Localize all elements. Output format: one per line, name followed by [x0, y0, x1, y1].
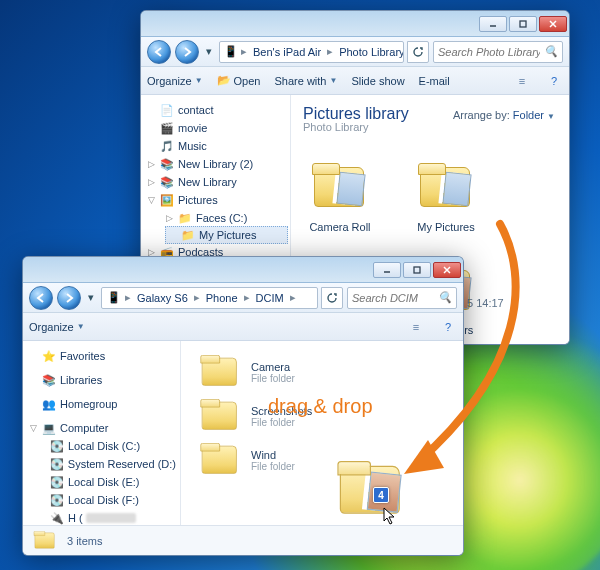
- forward-button[interactable]: [57, 286, 81, 310]
- star-icon: ⭐: [41, 348, 57, 364]
- drive-icon: 💽: [49, 438, 65, 454]
- window-body: ⭐Favorites 📚Libraries 👥Homegroup ▽💻Compu…: [23, 341, 463, 525]
- computer-icon: 💻: [41, 420, 57, 436]
- slideshow-button[interactable]: Slide show: [351, 75, 404, 87]
- folder-item[interactable]: Camera Roll: [303, 163, 377, 234]
- titlebar[interactable]: [23, 257, 463, 283]
- folder-label: Camera Roll: [303, 221, 377, 234]
- tree-item[interactable]: ▷📚New Library: [147, 173, 286, 191]
- tree-item[interactable]: 📄contact: [147, 101, 286, 119]
- tree-item-selected[interactable]: 📁My Pictures: [165, 226, 288, 244]
- tree-group-favorites[interactable]: ⭐Favorites: [29, 347, 176, 365]
- titlebar[interactable]: [141, 11, 569, 37]
- drive-icon: 💽: [49, 492, 65, 508]
- nav-row: ▾ 📱 ▸ Galaxy S6 ▸ Phone ▸ DCIM ▸ 🔍: [23, 283, 463, 313]
- svg-rect-5: [414, 267, 420, 273]
- arrange-by[interactable]: Arrange by: Folder ▼: [453, 109, 555, 121]
- nav-tree[interactable]: ⭐Favorites 📚Libraries 👥Homegroup ▽💻Compu…: [23, 341, 181, 525]
- crumb[interactable]: Phone: [203, 292, 241, 304]
- tree-item[interactable]: 🎬movie: [147, 119, 286, 137]
- forward-button[interactable]: [175, 40, 199, 64]
- search-input[interactable]: [438, 46, 540, 58]
- svg-rect-1: [520, 21, 526, 27]
- search-input[interactable]: [352, 292, 434, 304]
- help-icon[interactable]: ?: [439, 318, 457, 336]
- back-button[interactable]: [147, 40, 171, 64]
- content-pane[interactable]: CameraFile folder ScreenshotsFile folder…: [181, 341, 463, 525]
- drive-icon: 💽: [49, 456, 65, 472]
- help-icon[interactable]: ?: [545, 72, 563, 90]
- device-icon: 📱: [224, 44, 238, 60]
- search-icon: 🔍: [438, 291, 452, 304]
- item-name: Camera: [251, 361, 295, 373]
- folder-item[interactable]: My Pictures: [409, 163, 483, 234]
- back-button[interactable]: [29, 286, 53, 310]
- close-button[interactable]: [433, 262, 461, 278]
- folder-icon: [199, 443, 241, 477]
- tree-item[interactable]: ▷📚New Library (2): [147, 155, 286, 173]
- tree-item[interactable]: 💽Local Disk (C:): [49, 437, 176, 455]
- search-box[interactable]: 🔍: [433, 41, 563, 63]
- search-icon: 🔍: [544, 45, 558, 58]
- tree-item[interactable]: ▽🖼️Pictures: [147, 191, 286, 209]
- nav-history-dropdown[interactable]: ▾: [203, 45, 215, 58]
- email-button[interactable]: E-mail: [419, 75, 450, 87]
- status-bar: 3 items: [23, 525, 463, 555]
- folder-icon: [199, 355, 241, 389]
- tree-item[interactable]: 💽System Reserved (D:): [49, 455, 176, 473]
- item-type: File folder: [251, 417, 312, 428]
- crumb[interactable]: Galaxy S6: [134, 292, 191, 304]
- folder-icon: [310, 163, 370, 211]
- close-button[interactable]: [539, 16, 567, 32]
- list-item[interactable]: CameraFile folder: [199, 355, 445, 389]
- toolbar: Organize▼ ≡ ?: [23, 313, 463, 341]
- refresh-button[interactable]: [321, 287, 343, 309]
- tree-group-homegroup[interactable]: 👥Homegroup: [29, 395, 176, 413]
- tree-item[interactable]: ▷📁Faces (C:): [147, 209, 286, 227]
- item-name: Wind: [251, 449, 295, 461]
- redacted-text: [86, 513, 136, 523]
- libraries-icon: 📚: [41, 372, 57, 388]
- toolbar: Organize▼ 📂Open Share with▼ Slide show E…: [141, 67, 569, 95]
- maximize-button[interactable]: [403, 262, 431, 278]
- folder-icon: [199, 399, 241, 433]
- organize-menu[interactable]: Organize▼: [29, 321, 85, 333]
- list-item[interactable]: WindFile folder: [199, 443, 445, 477]
- nav-history-dropdown[interactable]: ▾: [85, 291, 97, 304]
- organize-menu[interactable]: Organize▼: [147, 75, 203, 87]
- drag-count-badge: 4: [373, 487, 389, 503]
- crumb[interactable]: Ben's iPad Air: [250, 46, 324, 58]
- minimize-button[interactable]: [373, 262, 401, 278]
- tree-item[interactable]: 💽Local Disk (E:): [49, 473, 176, 491]
- refresh-button[interactable]: [407, 41, 429, 63]
- view-options-icon[interactable]: ≡: [407, 318, 425, 336]
- share-menu[interactable]: Share with▼: [274, 75, 337, 87]
- library-subheading: Photo Library: [303, 121, 557, 133]
- search-box[interactable]: 🔍: [347, 287, 457, 309]
- item-type: File folder: [251, 461, 295, 472]
- crumb[interactable]: Photo Library: [336, 46, 404, 58]
- folder-icon: [416, 163, 476, 211]
- breadcrumb[interactable]: 📱 ▸ Galaxy S6 ▸ Phone ▸ DCIM ▸: [101, 287, 318, 309]
- device-icon: 📱: [106, 290, 122, 306]
- folder-label: My Pictures: [409, 221, 483, 234]
- homegroup-icon: 👥: [41, 396, 57, 412]
- network-drive-icon: 🔌: [49, 510, 65, 525]
- minimize-button[interactable]: [479, 16, 507, 32]
- tree-group-computer[interactable]: ▽💻Computer: [29, 419, 176, 437]
- annotation-label: drag & drop: [268, 395, 373, 418]
- crumb[interactable]: DCIM: [253, 292, 287, 304]
- open-button[interactable]: 📂Open: [217, 74, 261, 87]
- maximize-button[interactable]: [509, 16, 537, 32]
- cursor-icon: [383, 507, 397, 525]
- tree-item[interactable]: 🔌H (: [49, 509, 176, 525]
- date-fragment: 5 14:17: [467, 297, 504, 309]
- item-type: File folder: [251, 373, 295, 384]
- nav-row: ▾ 📱 ▸ Ben's iPad Air ▸ Photo Library ▸ 🔍: [141, 37, 569, 67]
- view-options-icon[interactable]: ≡: [513, 72, 531, 90]
- tree-group-libraries[interactable]: 📚Libraries: [29, 371, 176, 389]
- tree-item[interactable]: 🎵Music: [147, 137, 286, 155]
- explorer-window-dcim[interactable]: ▾ 📱 ▸ Galaxy S6 ▸ Phone ▸ DCIM ▸ 🔍 Organ…: [22, 256, 464, 556]
- breadcrumb[interactable]: 📱 ▸ Ben's iPad Air ▸ Photo Library ▸: [219, 41, 404, 63]
- tree-item[interactable]: 💽Local Disk (F:): [49, 491, 176, 509]
